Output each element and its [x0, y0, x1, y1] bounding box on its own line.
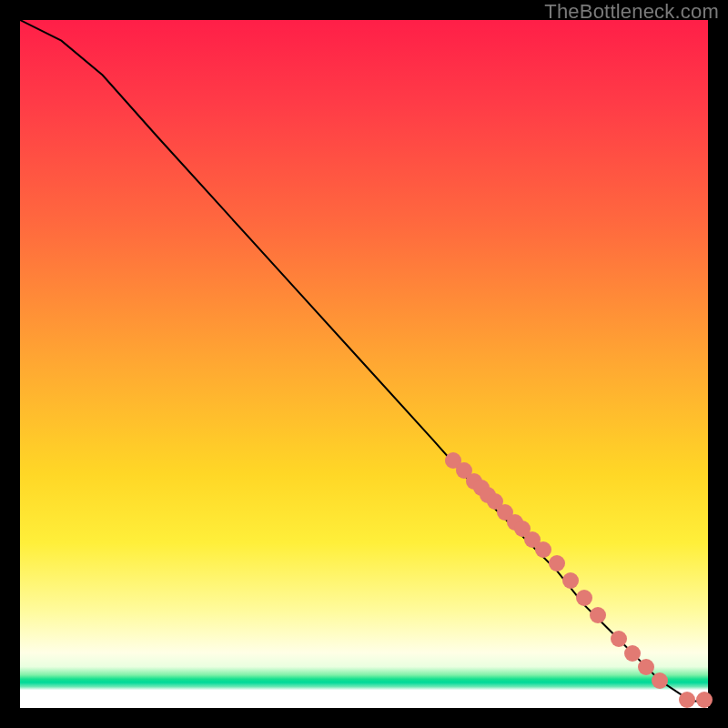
data-marker [624, 645, 641, 662]
data-marker [535, 541, 551, 558]
data-marker [638, 659, 654, 675]
line-curve [20, 20, 708, 708]
data-marker [562, 572, 579, 589]
data-marker [549, 555, 565, 571]
data-marker [652, 672, 668, 689]
data-marker [576, 590, 592, 606]
data-marker [611, 631, 627, 647]
watermark-text: TheBottleneck.com [544, 0, 719, 24]
plot-area [20, 20, 708, 708]
curve-path [20, 20, 708, 701]
data-marker [590, 607, 606, 623]
data-marker [696, 692, 713, 708]
chart-frame: TheBottleneck.com [0, 0, 728, 728]
